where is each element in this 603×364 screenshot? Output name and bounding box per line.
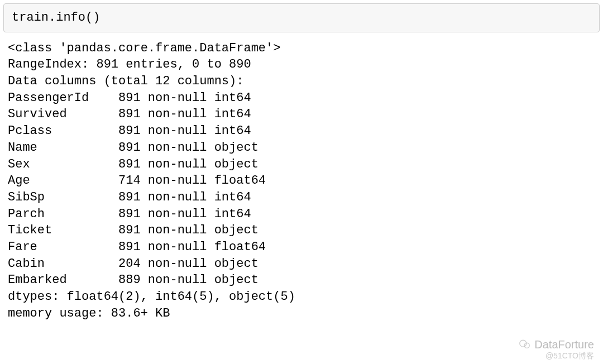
output-range-index: RangeIndex: 891 entries, 0 to 890 xyxy=(8,56,595,73)
code-text: train.info() xyxy=(12,11,100,25)
code-input-cell[interactable]: train.info() xyxy=(3,3,600,32)
output-dtypes-line: dtypes: float64(2), int64(5), object(5) xyxy=(8,289,595,305)
output-column-row: Fare 891 non-null float64 xyxy=(8,239,595,256)
output-column-row: PassengerId 891 non-null int64 xyxy=(8,90,595,107)
code-output-cell: <class 'pandas.core.frame.DataFrame'>Ran… xyxy=(0,40,603,327)
output-column-row: Ticket 891 non-null object xyxy=(8,222,595,239)
output-column-row: Sex 891 non-null object xyxy=(8,156,595,173)
output-column-row: SibSp 891 non-null int64 xyxy=(8,189,595,206)
output-column-row: Name 891 non-null object xyxy=(8,140,595,156)
output-column-row: Pclass 891 non-null int64 xyxy=(8,123,595,140)
output-memory-line: memory usage: 83.6+ KB xyxy=(8,305,595,322)
output-column-row: Parch 891 non-null int64 xyxy=(8,206,595,223)
output-columns-block: PassengerId 891 non-null int64Survived 8… xyxy=(8,90,595,289)
output-column-row: Embarked 889 non-null object xyxy=(8,272,595,289)
output-column-row: Survived 891 non-null int64 xyxy=(8,106,595,123)
output-columns-header: Data columns (total 12 columns): xyxy=(8,73,595,90)
output-column-row: Age 714 non-null float64 xyxy=(8,173,595,189)
output-column-row: Cabin 204 non-null object xyxy=(8,256,595,272)
output-class-line: <class 'pandas.core.frame.DataFrame'> xyxy=(8,40,595,57)
